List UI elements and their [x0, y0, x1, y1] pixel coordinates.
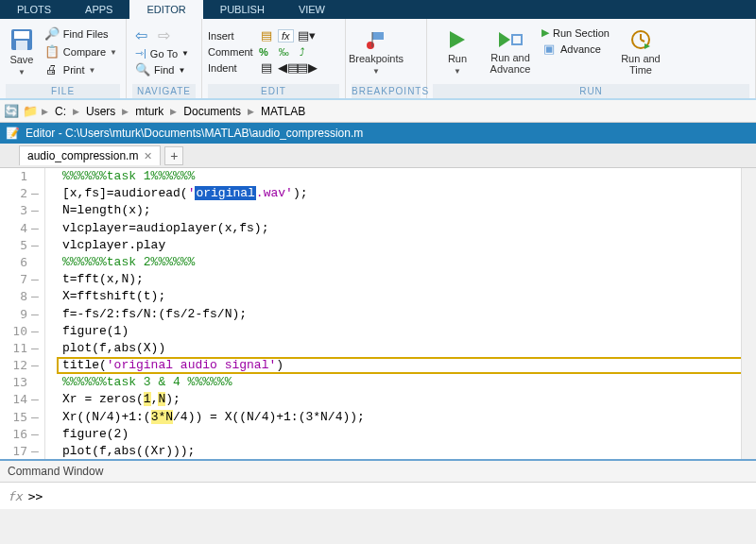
find-icon: 🔍	[135, 62, 150, 77]
command-window-title: Command Window	[0, 461, 756, 483]
compare-button[interactable]: 📋Compare▼	[42, 43, 120, 60]
print-button[interactable]: 🖨Print▼	[42, 61, 120, 78]
editor-title-icon: 📝	[6, 127, 20, 140]
indent-icon: ▤	[259, 60, 274, 76]
nav-fwd-icon: ⇨	[158, 26, 170, 44]
run-section-button[interactable]: ▶Run Section	[539, 26, 612, 40]
comment-row[interactable]: Comment% ‰ ⤴	[208, 45, 339, 59]
crumb-matlab[interactable]: MATLAB	[258, 105, 308, 118]
breakpoints-label: Breakpoints	[349, 53, 404, 64]
new-tab-button[interactable]: +	[164, 146, 183, 165]
breakpoints-button[interactable]: Breakpoints ▼	[352, 22, 401, 82]
prompt-text: >>	[28, 489, 43, 503]
navigate-group-label: NAVIGATE	[132, 84, 196, 98]
main-tabs: PLOTS APPS EDITOR PUBLISH VIEW	[0, 0, 756, 19]
play-advance-icon	[497, 29, 524, 50]
run-group-label: RUN	[433, 84, 749, 98]
tab-editor[interactable]: EDITOR	[129, 0, 202, 19]
run-time-button[interactable]: Run and Time	[616, 22, 665, 82]
fx-icon: fx	[278, 29, 294, 42]
command-window[interactable]: fx >>	[0, 483, 756, 509]
crumb-users[interactable]: Users	[83, 105, 118, 118]
compare-icon: 📋	[44, 44, 60, 60]
insert-section-icon: ▤	[259, 28, 274, 43]
code-area[interactable]: %%%%%%task 1%%%%%% [x,fs]=audioread('ori…	[45, 168, 756, 459]
insert-heading-icon: ▤▾	[298, 28, 313, 43]
run-button[interactable]: Run ▼	[433, 22, 482, 82]
find-files-button[interactable]: 🔎Find Files	[42, 26, 120, 42]
editor-titlebar: 📝 Editor - C:\Users\mturk\Documents\MATL…	[0, 123, 756, 144]
print-icon: 🖨	[44, 62, 60, 77]
save-label: Save	[9, 54, 33, 65]
indent-row[interactable]: Indent▤◀▤▤▶	[208, 60, 339, 76]
crumb-mturk[interactable]: mturk	[132, 105, 166, 118]
save-button[interactable]: Save ▼	[6, 22, 38, 82]
tab-plots[interactable]: PLOTS	[0, 0, 68, 19]
file-group-label: FILE	[6, 84, 120, 98]
nav-back-icon: ⇦	[135, 26, 147, 44]
chevron-down-icon: ▼	[18, 68, 26, 76]
folder-open-icon[interactable]: 📁	[23, 104, 38, 119]
folder-nav-icon[interactable]: 🔄	[4, 104, 19, 119]
find-button[interactable]: 🔍Find▼	[132, 61, 196, 78]
svg-marker-7	[499, 32, 510, 47]
goto-button[interactable]: ⇾|Go To▼	[132, 46, 196, 60]
comment-add-icon: %	[259, 46, 268, 58]
address-bar[interactable]: 🔄 📁 ▶ C:▶ Users▶ mturk▶ Documents▶ MATLA…	[0, 100, 756, 123]
svg-line-11	[641, 40, 644, 42]
indent-right-icon: ▤▶	[297, 60, 312, 76]
tab-publish[interactable]: PUBLISH	[203, 0, 282, 19]
comment-wrap-icon: ⤴	[300, 46, 305, 58]
play-icon	[446, 28, 469, 51]
file-tab-audio-compression[interactable]: audio_compression.m ✕	[19, 145, 161, 165]
svg-rect-4	[372, 32, 384, 40]
insert-row[interactable]: Insert▤fx▤▾	[208, 27, 339, 44]
svg-rect-2	[16, 41, 27, 50]
run-advance-label: Run and Advance	[490, 52, 531, 75]
crumb-c[interactable]: C:	[52, 105, 69, 118]
editor-title-text: Editor - C:\Users\mturk\Documents\MATLAB…	[26, 127, 363, 140]
svg-marker-6	[450, 31, 465, 48]
indent-left-icon: ◀▤	[278, 60, 293, 76]
advance-button[interactable]: ▣Advance	[539, 41, 612, 58]
comment-remove-icon: ‰	[279, 46, 289, 58]
save-disk-icon	[9, 27, 34, 52]
nav-arrows[interactable]: ⇦ ⇨	[132, 26, 196, 45]
run-advance-button[interactable]: Run and Advance	[486, 22, 535, 82]
goto-icon: ⇾|	[135, 47, 146, 60]
breakpoints-group-label: BREAKPOINTS	[352, 84, 421, 98]
text-selection: original	[195, 186, 255, 200]
ribbon-toolbar: Save ▼ 🔎Find Files 📋Compare▼ 🖨Print▼ FIL…	[0, 19, 756, 100]
file-tabs: audio_compression.m ✕ +	[0, 144, 756, 168]
fx-prompt-icon: fx	[8, 489, 23, 503]
advance-icon: ▣	[541, 42, 557, 57]
clock-play-icon	[629, 28, 652, 51]
svg-point-3	[367, 42, 374, 49]
play-small-icon: ▶	[541, 26, 549, 39]
svg-rect-8	[512, 35, 522, 44]
line-gutter: 12–3–4–5–67–8–9–10–11–12–1314–15–16–17–	[0, 168, 45, 459]
edit-group-label: EDIT	[208, 84, 339, 98]
tab-apps[interactable]: APPS	[68, 0, 129, 19]
code-editor[interactable]: 12–3–4–5–67–8–9–10–11–12–1314–15–16–17– …	[0, 168, 756, 461]
run-time-label: Run and Time	[621, 53, 661, 76]
find-files-icon: 🔎	[44, 26, 60, 42]
crumb-documents[interactable]: Documents	[180, 105, 244, 118]
vertical-scrollbar[interactable]	[741, 168, 756, 459]
breakpoint-flag-icon	[365, 28, 387, 51]
close-tab-icon[interactable]: ✕	[144, 150, 152, 162]
svg-rect-1	[14, 31, 29, 39]
run-label: Run	[448, 53, 467, 64]
tab-view[interactable]: VIEW	[282, 0, 342, 19]
